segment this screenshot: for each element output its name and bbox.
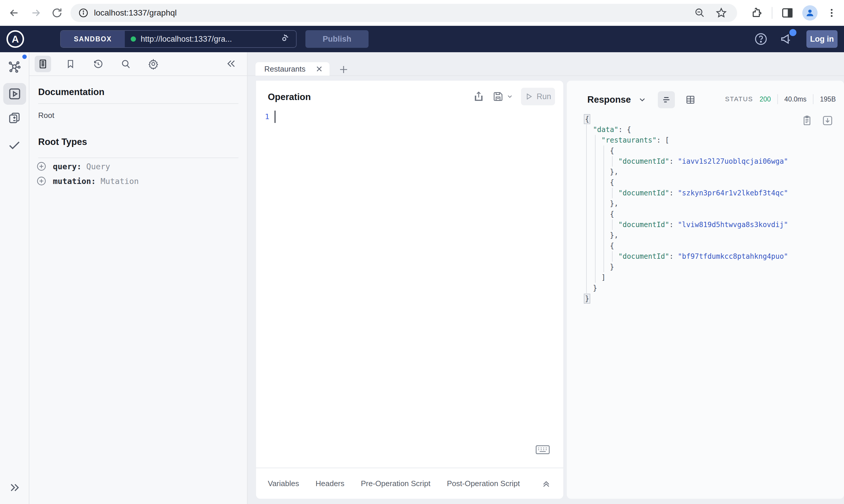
response-json-line: { [584, 177, 788, 188]
save-icon[interactable] [492, 91, 504, 102]
toolbar-separator [772, 7, 772, 19]
response-json: { "data": { "restaurants": [ { "document… [584, 114, 788, 304]
response-json-line: } [584, 283, 788, 293]
run-button[interactable]: Run [521, 88, 555, 105]
tab-headers[interactable]: Headers [315, 479, 344, 488]
operation-editor[interactable] [274, 109, 557, 422]
endpoint-url-text[interactable]: http://localhost:1337/gra... [141, 35, 232, 44]
download-response-icon[interactable] [822, 115, 833, 126]
rail-explorer-button[interactable] [3, 83, 26, 105]
share-icon[interactable] [473, 91, 485, 102]
help-icon[interactable] [754, 32, 768, 46]
search-button[interactable] [118, 56, 134, 72]
response-json-line: }, [584, 167, 788, 177]
response-menu-chevron-icon[interactable] [638, 95, 647, 104]
operation-tab-restaurants[interactable]: Restaurants [256, 62, 329, 76]
response-json-line: { [584, 240, 788, 251]
profile-person-icon [805, 8, 815, 18]
endpoint-group: SANDBOX http://localhost:1337/gra... [60, 30, 297, 48]
bookmark-icon [65, 59, 76, 69]
mutation-field-name[interactable]: mutation: [53, 177, 96, 186]
root-link[interactable]: Root [38, 111, 54, 120]
response-size: 195B [820, 95, 836, 103]
documentation-title: Documentation [38, 87, 105, 97]
rail-checks-button[interactable] [7, 138, 21, 152]
apollo-header: A SANDBOX http://localhost:1337/gra... P… [0, 26, 844, 52]
connection-settings-gear-icon[interactable] [278, 33, 290, 45]
mutation-type-row[interactable]: mutation: Mutation [36, 176, 139, 186]
response-json-line: { [584, 114, 788, 124]
response-json-line: "documentId": "iavv1s2l27uoblqcjai06wga" [584, 156, 788, 167]
response-json-line: ] [584, 272, 788, 283]
rail-expand-button[interactable] [8, 481, 21, 494]
keyboard-shortcuts-button[interactable] [536, 445, 550, 455]
raw-view-toggle[interactable] [658, 91, 675, 108]
history-clock-icon [92, 58, 104, 70]
plus-icon [338, 64, 349, 75]
meta-separator [777, 94, 778, 104]
apollo-logo-letter: A [12, 33, 19, 45]
docs-tab-button[interactable] [35, 56, 51, 72]
sandbox-badge: SANDBOX [61, 31, 125, 47]
response-json-line: "data": { [584, 124, 788, 135]
back-icon [8, 7, 20, 19]
endpoint-url-field[interactable]: http://localhost:1337/gra... [125, 31, 296, 47]
query-field-type[interactable]: Query [86, 162, 110, 171]
status-label: STATUS [725, 95, 753, 103]
response-json-line: }, [584, 230, 788, 240]
zoom-indicator-icon[interactable] [694, 7, 705, 18]
saved-operations-button[interactable] [62, 56, 79, 72]
operation-footer: Variables Headers Pre-Operation Script P… [256, 468, 563, 499]
explorer-settings-button[interactable] [145, 56, 161, 72]
gear-icon [148, 58, 159, 70]
query-type-row[interactable]: query: Query [36, 161, 110, 171]
mutation-field-type[interactable]: Mutation [101, 177, 139, 186]
editor-line-number: 1 [265, 112, 269, 121]
login-button[interactable]: Log in [806, 30, 838, 48]
address-bar[interactable]: localhost:1337/graphql [70, 4, 737, 22]
apollo-logo: A [6, 30, 24, 48]
copy-response-icon[interactable] [801, 115, 813, 126]
bookmark-star-icon[interactable] [716, 7, 727, 19]
forward-button[interactable] [29, 6, 43, 20]
response-json-line: { [584, 209, 788, 219]
collapse-panel-button[interactable] [224, 56, 239, 71]
reload-icon [51, 7, 63, 19]
rail-schema-button[interactable] [7, 60, 21, 74]
reload-button[interactable] [50, 6, 64, 20]
meta-separator [813, 94, 813, 104]
announcements-button[interactable] [780, 32, 794, 46]
response-time: 40.0ms [785, 95, 806, 103]
query-field-name[interactable]: query: [53, 162, 82, 171]
table-grid-icon [685, 94, 696, 105]
tab-pre-operation-script[interactable]: Pre-Operation Script [361, 479, 431, 488]
url-text[interactable]: localhost:1337/graphql [94, 8, 694, 18]
response-json-line: { [584, 145, 788, 156]
back-button[interactable] [7, 6, 21, 20]
table-view-toggle[interactable] [682, 91, 699, 108]
close-tab-icon[interactable] [315, 65, 324, 73]
tab-variables[interactable]: Variables [268, 479, 299, 488]
tab-post-operation-script[interactable]: Post-Operation Script [447, 479, 520, 488]
side-panel-icon[interactable] [781, 7, 793, 19]
schema-graph-icon [7, 60, 21, 74]
plus-circle-icon[interactable] [36, 161, 47, 171]
plus-circle-icon[interactable] [36, 176, 47, 186]
response-json-line: "documentId": "lviw819d5htwvga8s3kovdij" [584, 219, 788, 230]
rail-changelog-button[interactable] [7, 111, 21, 125]
history-button[interactable] [90, 56, 106, 72]
tab-label[interactable]: Restaurants [264, 65, 315, 74]
collapse-footer-button[interactable] [541, 478, 552, 489]
new-tab-button[interactable] [337, 64, 350, 75]
browser-menu-icon[interactable] [826, 7, 837, 18]
chevron-down-icon[interactable] [506, 93, 513, 100]
search-icon [120, 58, 131, 70]
site-info-icon[interactable] [78, 7, 89, 18]
double-chevron-left-icon [226, 58, 237, 70]
browser-chrome: localhost:1337/graphql [0, 0, 844, 26]
status-code: 200 [759, 95, 771, 103]
extensions-icon[interactable] [751, 7, 763, 19]
profile-avatar[interactable] [802, 5, 817, 20]
publish-button[interactable]: Publish [306, 30, 368, 48]
left-rail [0, 52, 29, 504]
